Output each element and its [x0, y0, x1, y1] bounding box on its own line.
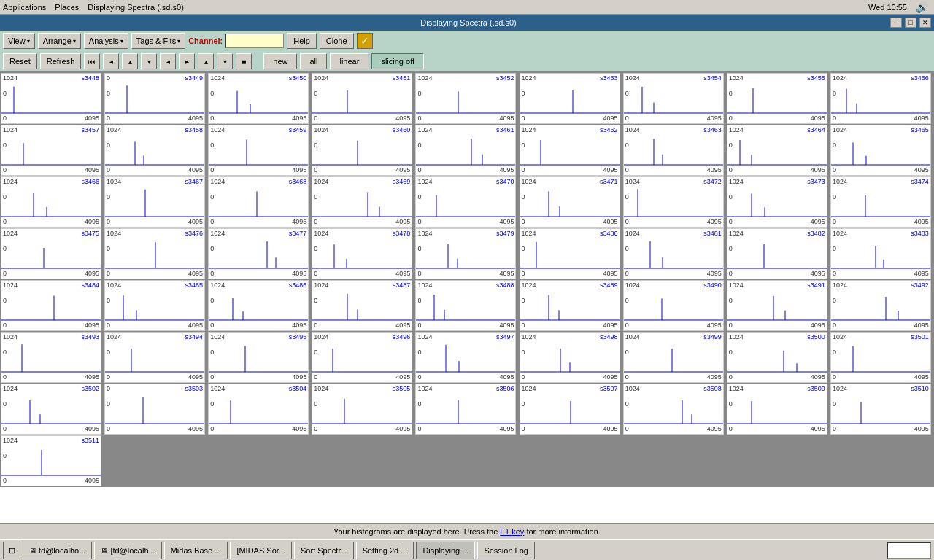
spectrum-cell-s3453[interactable]: 1024 s3453 0 0 4095 — [520, 73, 620, 124]
spectrum-cell-s3500[interactable]: 1024 s3500 0 0 4095 — [727, 332, 827, 383]
spectrum-cell-s3481[interactable]: 1024 s3481 0 0 4095 — [623, 228, 724, 279]
view-menu[interactable]: View ▾ — [3, 33, 35, 49]
spectrum-cell-s3480[interactable]: 1024 s3480 0 0 4095 — [520, 228, 620, 279]
taskbar-item-5[interactable]: Setting 2d ... — [356, 542, 414, 559]
spectrum-cell-s3473[interactable]: 1024 s3473 0 0 4095 — [727, 176, 827, 228]
nav-zoom-out[interactable]: ▾ — [217, 53, 233, 69]
spectrum-cell-s3464[interactable]: 1024 s3464 0 0 4095 — [727, 125, 827, 176]
spectrum-cell-s3467[interactable]: 1024 s3467 0 0 4095 — [104, 176, 205, 228]
spectrum-cell-s3469[interactable]: 1024 s3469 0 0 4095 — [312, 176, 412, 228]
spectrum-cell-s3471[interactable]: 1024 s3471 0 0 4095 — [520, 176, 620, 228]
spectrum-cell-s3476[interactable]: 1024 s3476 0 0 4095 — [104, 228, 205, 279]
spectrum-cell-s3468[interactable]: 1024 s3468 0 0 4095 — [208, 176, 309, 228]
spectrum-cell-s3475[interactable]: 1024 s3475 0 0 4095 — [1, 228, 101, 279]
spectrum-cell-s3502[interactable]: 1024 s3502 0 0 4095 — [1, 384, 101, 435]
spectrum-cell-s3493[interactable]: 1024 s3493 0 0 4095 — [1, 332, 101, 383]
refresh-button[interactable]: Refresh — [40, 53, 82, 69]
status-f1-key[interactable]: F1 key — [500, 527, 524, 536]
spectrum-cell-s3458[interactable]: 1024 s3458 0 0 4095 — [104, 125, 205, 176]
arrange-menu[interactable]: Arrange ▾ — [38, 33, 81, 49]
nav-zoom-in[interactable]: ▴ — [198, 53, 214, 69]
mode-all[interactable]: all — [300, 53, 327, 69]
nav-prev-small[interactable]: ◂ — [103, 53, 119, 69]
spectrum-cell-s3454[interactable]: 1024 s3454 0 0 4095 — [623, 73, 724, 124]
nav-square[interactable]: ■ — [236, 53, 252, 69]
close-button[interactable]: ✕ — [919, 18, 931, 28]
spectrum-cell-s3504[interactable]: 1024 s3504 0 0 4095 — [208, 384, 309, 435]
nav-right[interactable]: ▸ — [179, 53, 195, 69]
nav-up[interactable]: ▴ — [122, 53, 138, 69]
spectrum-cell-s3501[interactable]: 1024 s3501 0 0 4095 — [830, 332, 931, 383]
spectrum-cell-s3463[interactable]: 1024 s3463 0 0 4095 — [623, 125, 724, 176]
mode-linear[interactable]: linear — [330, 53, 368, 69]
spectrum-cell-s3448[interactable]: 1024 s3448 0 0 4095 — [1, 73, 101, 124]
tags-fits-menu[interactable]: Tags & Fits ▾ — [131, 33, 185, 49]
spectrum-cell-s3456[interactable]: 1024 s3456 0 0 4095 — [830, 73, 931, 124]
spectrum-cell-s3489[interactable]: 1024 s3489 0 0 4095 — [520, 280, 620, 331]
spectrum-cell-s3492[interactable]: 1024 s3492 0 0 4095 — [830, 280, 931, 331]
spectrum-cell-s3472[interactable]: 1024 s3472 0 0 4095 — [623, 176, 724, 228]
spectrum-cell-s3461[interactable]: 1024 s3461 0 0 4095 — [415, 125, 516, 176]
spectrum-cell-s3487[interactable]: 1024 s3487 0 0 4095 — [312, 280, 412, 331]
spectrum-cell-s3482[interactable]: 1024 s3482 0 0 4095 — [727, 228, 827, 279]
nav-first[interactable]: ⏮ — [84, 53, 100, 69]
taskbar-item-6[interactable]: Displaying ... — [416, 542, 475, 559]
taskbar-item-2[interactable]: Midas Base ... — [164, 542, 228, 559]
spectrum-cell-s3462[interactable]: 1024 s3462 0 0 4095 — [520, 125, 620, 176]
places-menu[interactable]: Places — [55, 3, 79, 12]
spectrum-cell-s3508[interactable]: 1024 s3508 0 0 4095 — [623, 384, 724, 435]
spectrum-cell-s3479[interactable]: 1024 s3479 0 0 4095 — [415, 228, 516, 279]
spectrum-cell-s3490[interactable]: 1024 s3490 0 0 4095 — [623, 280, 724, 331]
spectrum-cell-s3474[interactable]: 1024 s3474 0 0 4095 — [830, 176, 931, 228]
taskbar-show-desktop[interactable]: ⊞ — [3, 542, 20, 559]
spectrum-cell-s3494[interactable]: 1024 s3494 0 0 4095 — [104, 332, 205, 383]
spectrum-cell-s3496[interactable]: 1024 s3496 0 0 4095 — [312, 332, 412, 383]
spectrum-cell-s3486[interactable]: 1024 s3486 0 0 4095 — [208, 280, 309, 331]
spectrum-cell-s3488[interactable]: 1024 s3488 0 0 4095 — [415, 280, 516, 331]
spectrum-cell-s3510[interactable]: 1024 s3510 0 0 4095 — [830, 384, 931, 435]
minimize-button[interactable]: ─ — [890, 18, 902, 28]
spectrum-cell-s3455[interactable]: 1024 s3455 0 0 4095 — [727, 73, 827, 124]
spectrum-cell-s3466[interactable]: 1024 s3466 0 0 4095 — [1, 176, 101, 228]
spectrum-cell-s3484[interactable]: 1024 s3484 0 0 4095 — [1, 280, 101, 331]
checkbox-button[interactable]: ✓ — [357, 33, 373, 49]
spectrum-cell-s3477[interactable]: 1024 s3477 0 0 4095 — [208, 228, 309, 279]
taskbar-item-3[interactable]: [MIDAS Sor... — [230, 542, 292, 559]
spectrum-cell-s3452[interactable]: 1024 s3452 0 0 4095 — [415, 73, 516, 124]
spectrum-cell-s3497[interactable]: 1024 s3497 0 0 4095 — [415, 332, 516, 383]
spectrum-cell-s3506[interactable]: 1024 s3506 0 0 4095 — [415, 384, 516, 435]
spectrum-cell-s3507[interactable]: 1024 s3507 0 0 4095 — [520, 384, 620, 435]
analysis-menu[interactable]: Analysis ▾ — [84, 33, 128, 49]
spectrum-cell-s3485[interactable]: 1024 s3485 0 0 4095 — [104, 280, 205, 331]
spectrum-cell-s3499[interactable]: 1024 s3499 0 0 4095 — [623, 332, 724, 383]
spectrum-cell-s3470[interactable]: 1024 s3470 0 0 4095 — [415, 176, 516, 228]
taskbar-item-0[interactable]: 🖥td@localho... — [23, 542, 92, 559]
spectrum-cell-s3451[interactable]: 1024 s3451 0 0 4095 — [312, 73, 412, 124]
spectrum-cell-s3511[interactable]: 1024 s3511 0 0 4095 — [1, 435, 101, 486]
channel-input[interactable] — [225, 34, 284, 48]
taskbar-item-4[interactable]: Sort Spectr... — [294, 542, 354, 559]
spectrum-cell-s3465[interactable]: 1024 s3465 0 0 4095 — [830, 125, 931, 176]
mode-new[interactable]: new — [263, 53, 297, 69]
nav-down[interactable]: ▾ — [141, 53, 157, 69]
nav-left[interactable]: ◂ — [160, 53, 176, 69]
spectrum-cell-s3491[interactable]: 1024 s3491 0 0 4095 — [727, 280, 827, 331]
taskbar-search[interactable] — [887, 542, 931, 559]
taskbar-item-1[interactable]: 🖥[td@localh... — [94, 542, 161, 559]
maximize-button[interactable]: □ — [905, 18, 916, 28]
spectrum-cell-s3457[interactable]: 1024 s3457 0 0 4095 — [1, 125, 101, 176]
mode-slicing-off[interactable]: slicing off — [371, 53, 424, 69]
spectrum-cell-s3509[interactable]: 1024 s3509 0 0 4095 — [727, 384, 827, 435]
spectrum-cell-s3450[interactable]: 1024 s3450 0 0 4095 — [208, 73, 309, 124]
spectrum-cell-s3498[interactable]: 1024 s3498 0 0 4095 — [520, 332, 620, 383]
spectrum-cell-s3449[interactable]: 0 s3449 0 0 4095 — [104, 73, 205, 124]
clone-button[interactable]: Clone — [320, 33, 354, 49]
spectrum-cell-s3483[interactable]: 1024 s3483 0 0 4095 — [830, 228, 931, 279]
applications-menu[interactable]: Applications — [3, 3, 46, 12]
volume-icon[interactable]: 🔊 — [916, 1, 928, 13]
spectrum-cell-s3505[interactable]: 1024 s3505 0 0 4095 — [312, 384, 412, 435]
spectrum-cell-s3459[interactable]: 1024 s3459 0 0 4095 — [208, 125, 309, 176]
spectrum-cell-s3503[interactable]: 0 s3503 0 0 4095 — [104, 384, 205, 435]
taskbar-item-7[interactable]: Session Log — [477, 542, 535, 559]
reset-button[interactable]: Reset — [3, 53, 37, 69]
